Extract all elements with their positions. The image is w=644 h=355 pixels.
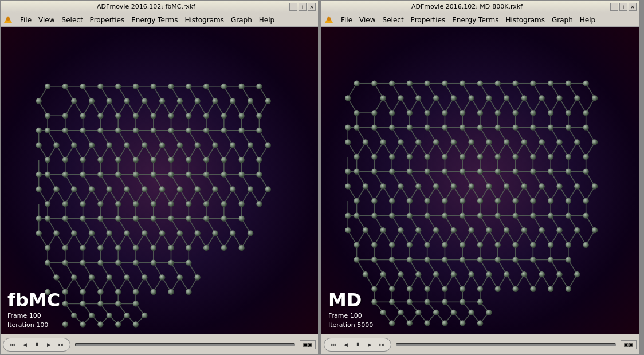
svg-point-1041: [530, 242, 536, 248]
svg-point-990: [504, 183, 509, 189]
svg-point-1027: [460, 212, 465, 218]
menu-graph-2[interactable]: Graph: [548, 15, 576, 25]
svg-point-513: [327, 17, 331, 21]
svg-point-345: [248, 98, 253, 104]
svg-point-993: [521, 183, 527, 189]
play-btn-1[interactable]: ▶: [43, 340, 54, 350]
viewport-2: MD Frame 100 Iteration 5000: [321, 27, 639, 334]
rewind-btn-1[interactable]: ⏮: [7, 340, 18, 350]
svg-point-446: [115, 216, 121, 222]
window-2: ADFmovie 2016.102: MD-800K.rxkf − + × Fi…: [321, 0, 639, 355]
svg-point-511: [133, 321, 139, 327]
svg-point-936: [442, 125, 447, 131]
svg-point-944: [477, 154, 483, 160]
svg-point-386: [248, 142, 253, 148]
menu-select-2[interactable]: Select: [379, 15, 407, 25]
minimize-btn-1[interactable]: −: [289, 3, 297, 11]
svg-point-467: [239, 216, 245, 222]
svg-point-374: [177, 142, 183, 148]
svg-point-494: [186, 260, 191, 266]
menu-graph-1[interactable]: Graph: [227, 15, 256, 25]
svg-point-945: [495, 125, 501, 131]
svg-point-943: [486, 139, 492, 145]
svg-point-414: [168, 172, 174, 178]
svg-point-1066: [442, 257, 447, 262]
pause-btn-2[interactable]: ⏸: [352, 340, 363, 350]
svg-point-1049: [592, 227, 598, 233]
menu-properties-1[interactable]: Properties: [87, 15, 128, 25]
pause-btn-1[interactable]: ⏸: [31, 340, 42, 350]
svg-point-1021: [425, 212, 430, 218]
svg-point-473: [62, 260, 68, 266]
svg-point-937: [451, 139, 457, 145]
speed-indicator-1: ▣▣: [300, 340, 316, 349]
svg-point-1072: [477, 257, 483, 262]
svg-point-501: [89, 313, 95, 318]
svg-point-1036: [512, 212, 518, 218]
menu-properties-2[interactable]: Properties: [407, 15, 449, 25]
svg-point-471: [53, 274, 59, 280]
svg-point-354: [36, 142, 42, 148]
svg-point-992: [512, 168, 518, 174]
menu-energy-terms-1[interactable]: Energy Terms: [128, 15, 181, 25]
svg-point-935: [425, 154, 430, 160]
menu-help-1[interactable]: Help: [256, 15, 278, 25]
svg-point-932: [407, 154, 413, 160]
svg-point-458: [186, 216, 191, 222]
rewind-btn-2[interactable]: ⏮: [328, 340, 339, 350]
svg-point-1002: [574, 183, 580, 189]
progress-bar-2[interactable]: [396, 343, 616, 346]
forward-btn-1[interactable]: ⏭: [55, 340, 66, 350]
svg-point-499: [62, 321, 68, 327]
menu-file-1[interactable]: File: [17, 15, 35, 25]
svg-point-1022: [433, 227, 439, 233]
svg-point-957: [566, 125, 571, 131]
svg-point-1023: [425, 242, 430, 248]
prev-btn-2[interactable]: ◀: [340, 340, 351, 350]
menu-histograms-2[interactable]: Histograms: [502, 15, 548, 25]
minimize-btn-2[interactable]: −: [610, 3, 618, 11]
svg-point-1101: [442, 299, 447, 305]
svg-point-459: [195, 230, 201, 236]
svg-point-399: [80, 172, 86, 178]
svg-point-334: [168, 113, 174, 119]
svg-point-379: [203, 128, 209, 133]
svg-point-444: [107, 230, 112, 236]
svg-point-1077: [512, 286, 518, 292]
close-btn-2[interactable]: ×: [629, 3, 637, 11]
svg-point-963: [345, 168, 351, 174]
menu-view-2[interactable]: View: [356, 15, 379, 25]
svg-point-1081: [530, 257, 536, 262]
forward-btn-2[interactable]: ⏭: [376, 340, 387, 350]
svg-point-1080: [530, 286, 536, 292]
svg-point-962: [583, 154, 589, 160]
titlebar-2: ADFmovie 2016.102: MD-800K.rxkf − + ×: [321, 1, 639, 13]
svg-point-880: [371, 110, 377, 116]
menu-file-2[interactable]: File: [337, 15, 356, 25]
svg-point-885: [389, 110, 395, 116]
menu-select-1[interactable]: Select: [58, 15, 87, 25]
svg-point-1000: [548, 198, 553, 204]
svg-point-397: [71, 186, 77, 192]
svg-point-912: [548, 110, 553, 116]
progress-bar-1[interactable]: [75, 343, 295, 346]
menu-help-2[interactable]: Help: [576, 15, 599, 25]
svg-point-422: [203, 201, 209, 207]
svg-point-313: [71, 98, 77, 104]
svg-point-1091: [389, 320, 395, 326]
svg-point-503: [97, 301, 103, 306]
svg-point-507: [124, 313, 129, 318]
svg-point-1065: [442, 286, 447, 292]
maximize-btn-2[interactable]: +: [619, 3, 627, 11]
svg-point-340: [203, 113, 209, 119]
prev-btn-1[interactable]: ◀: [19, 340, 30, 350]
svg-point-887: [415, 95, 421, 101]
close-btn-1[interactable]: ×: [308, 3, 316, 11]
svg-point-367: [133, 128, 139, 133]
play-btn-2[interactable]: ▶: [364, 340, 375, 350]
menu-view-1[interactable]: View: [35, 15, 58, 25]
svg-point-948: [512, 125, 518, 131]
menu-energy-terms-2[interactable]: Energy Terms: [449, 15, 502, 25]
maximize-btn-1[interactable]: +: [299, 3, 307, 11]
menu-histograms-1[interactable]: Histograms: [181, 15, 227, 25]
